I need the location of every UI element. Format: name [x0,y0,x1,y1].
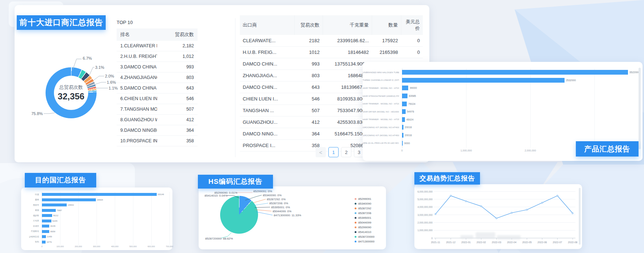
bar [42,203,67,206]
bar-category-label: HRE-22-AL-P833-LM P6.33 LED MO... [363,142,399,144]
bar-row: 印度630149 [21,192,172,197]
top10-value-cell: 993 [157,62,198,72]
bar-row: 土耳其51045 [21,218,172,224]
exporter-cell: 364 [294,128,323,140]
product-bar-chart: UNBRANDED MINI HALOGEN TUBE 50...3522000… [363,68,643,147]
bar-value-label: 630149 [158,193,164,195]
bar-category-label: 俄罗斯 [21,214,39,217]
donut-center-label: 总贸易次数 [59,84,83,91]
x-axis-label: 2022-02 [477,241,486,244]
exporter-cell: 507 [294,105,323,116]
bar-row: GROOMING KIT (MODEL NO.HT4500K...20016 [363,131,643,139]
y-axis-label: 4,000,000,000 [417,206,433,208]
x-axis-label: 2022-06 [538,241,547,244]
y-axis-label: 6,000,000,000 [417,190,433,193]
top10-value-cell: 643 [157,83,198,94]
top10-row: 1.CLEARWATER METAL VN ...2,182 [117,41,198,51]
bar-row: HAIR DRYER (MODEL NO - HD1600 ...54976 [363,108,643,116]
bar [42,241,46,244]
legend-item-85299090[interactable]: 85299090 [355,225,375,230]
donut-center-value: 32,356 [58,91,84,102]
bar-row: 菲律宾40155 [21,224,172,229]
axis-tick-label: 0 [41,245,42,248]
legend-label: 85395001 [358,216,371,220]
pie-callout-label: 85287206: 0% [269,202,288,205]
bar [402,141,403,146]
x-axis-label: 2022-07 [553,241,562,244]
bar-row: 智利19776 [21,240,172,245]
legend-label: 85044099 [358,221,371,224]
exporter-cell: GUANGZHOU... [240,116,294,128]
legend-item-85287206[interactable]: 85287206 [355,211,375,216]
bar-value-label: 39058 [50,230,55,233]
legend-item-85395001[interactable]: 85395001 [355,216,375,220]
bar-value-label: 99000 [410,87,417,89]
legend-dot [355,222,356,224]
x-axis-label: 2022-05 [522,241,532,244]
bar-row: 俄罗斯56212 [21,213,172,218]
bar-value-label: 20016 [405,126,412,129]
legend-label: 85299090 [358,226,371,229]
bar-row: 沙特阿拉伯21459 [21,234,172,240]
bar-row: HAIR TRIMMER - MODEL NO - HT35...45024 [363,116,643,124]
bar-value-label: 45024 [406,118,413,121]
bar [42,230,49,233]
bar-value-label: 21459 [47,236,52,238]
bar [42,193,157,196]
exporter-cell: 2165398 [372,47,401,58]
x-axis-label: 2022-01 [461,241,471,244]
pie-callout-label: 85414010: 0.04% [200,194,227,197]
top10-value-cell: 412 [157,115,198,125]
bar-value-label: 19776 [47,241,52,243]
legend-item-8471300000[interactable]: 8471300000 [355,239,375,244]
legend-dot [355,212,356,214]
y-axis-label: 0 [431,237,433,240]
bar [402,86,408,90]
bar-category-label: 菲律宾 [21,225,39,228]
legend-dot [355,241,356,242]
bar-value-label: 40155 [50,225,55,227]
pagination-page-button-2[interactable]: 2 [341,147,351,157]
exporter-row: CLEARWATE...218223399186.62...1759220 [240,35,423,47]
legend-label: 85287292 [358,207,371,210]
exporter-cell: 18146482 [323,47,372,58]
y-axis-label: 2,000,000,000 [417,221,433,224]
top10-rank-cell: 6.CHIEN LUEN IND (ZHONGS... [117,94,157,104]
top10-value-cell: 2,182 [157,41,198,51]
legend-item-85044099[interactable]: 85044099 [355,220,375,225]
legend-item-85287292[interactable]: 85287292 [355,206,375,211]
x-axis-label: 2021-11 [431,241,440,244]
bar-value-label: 51045 [52,220,58,222]
bar-value-label: 83585 [409,95,416,97]
bar-value-label: 2532000 [566,79,576,82]
pie-callout-label: 8471300000: 11.33% [274,214,301,217]
pie-callout-label: 85340090: 0% [263,194,282,197]
top10-row: 7.TANGSHAN MONOPY CERA...507 [117,104,198,115]
exporter-cell: 0 [401,35,423,47]
bar-category-label: 土耳其 [21,220,39,222]
bar-category-label: THREE CHANNELS LINEAR IC (INTE... [363,79,399,81]
legend-item-85299091[interactable]: 85299091 [355,197,375,201]
bar [42,235,46,238]
trend-report-title-banner: 交易趋势汇总报告 [414,172,480,185]
top10-row: 5.DAMCO CHINA LIMITED O/B643 [117,83,198,94]
scrollbar[interactable] [639,68,641,149]
legend-item-85340090[interactable]: 85340090 [355,201,375,206]
top10-rank-cell: 3.DAMCO CHINA LIMITED [117,62,157,72]
scrollbar[interactable] [579,188,581,245]
top10-value-cell: 507 [157,104,198,115]
bar [42,209,56,212]
legend-item-85414010[interactable]: 85414010 [355,230,375,234]
pagination-page-button-1[interactable]: 1 [328,147,339,157]
bar [402,70,628,75]
bar-category-label: 智利 [21,241,39,243]
bar-row: 墨西哥136002 [21,202,172,208]
donut-callout-label: 6.7% [83,56,92,60]
bar-category-label: HAIR TRIMMER - MODEL NO - HT20... [363,87,399,89]
legend-item-8528720000[interactable]: 8528720000 [355,234,375,239]
importer-donut-chart: 总贸易次数 32,356 [46,67,97,118]
bar-row: HAIR TRIMMER - MODEL NO - HT20...75024 [363,100,643,108]
exporter-cell: 803 [294,70,323,82]
exporter-column-header: 美元总价 [401,15,423,35]
pagination-prev-button[interactable]: < [316,147,326,157]
